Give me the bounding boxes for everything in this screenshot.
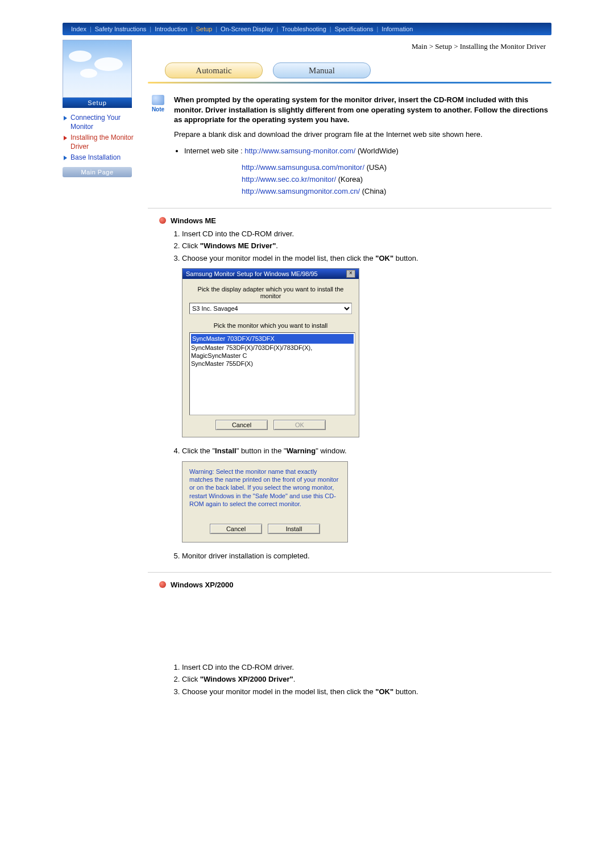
nav-trouble[interactable]: Troubleshooting: [281, 26, 326, 32]
install-button[interactable]: Install: [268, 524, 320, 534]
section-windows-xp: Windows XP/2000: [159, 581, 551, 589]
top-nav: Index| Safety Instructions| Introduction…: [63, 23, 551, 35]
main-page-button[interactable]: Main Page: [63, 167, 132, 177]
step: Click the "Install" button in the "Warni…: [182, 445, 551, 457]
arrow-icon: [64, 116, 67, 120]
web-label: Internet web site :: [184, 147, 244, 155]
sidebar-item-base[interactable]: Base Installation: [63, 153, 136, 162]
sidebar-item-installing[interactable]: Installing the Monitor Driver: [63, 133, 136, 151]
bullet-icon: [159, 217, 166, 224]
monitor-listbox[interactable]: SyncMaster 703DFX/753DFX SyncMaster 753D…: [189, 332, 355, 415]
tab-underline: [148, 82, 551, 84]
warning-message: Warning: Select the monitor name that ex…: [189, 468, 341, 508]
step: Choose your monitor model in the model l…: [182, 253, 551, 264]
sidebar-link[interactable]: Installing the Monitor Driver: [70, 133, 136, 151]
sidebar-links: Connecting Your Monitor Installing the M…: [63, 114, 136, 162]
ok-button[interactable]: OK: [273, 420, 326, 430]
nav-index[interactable]: Index: [71, 26, 86, 32]
adapter-label: Pick the display adapter which you want …: [189, 286, 352, 299]
link-korea[interactable]: http://www.sec.co.kr/monitor/: [242, 175, 336, 183]
web-site-line: Internet web site : http://www.samsung-m…: [184, 145, 551, 157]
step: Insert CD into the CD-ROM driver.: [182, 662, 551, 673]
section-title: Windows ME: [171, 216, 216, 225]
cancel-button[interactable]: Cancel: [215, 420, 268, 430]
nav-setup[interactable]: Setup: [196, 26, 212, 32]
note-badge: Note: [148, 95, 168, 112]
dialog-title: Samsung Monitor Setup for Windows ME/98/…: [186, 270, 318, 277]
note-label: Note: [148, 106, 168, 112]
setup-hero-image: [63, 40, 132, 98]
nav-intro[interactable]: Introduction: [155, 26, 187, 32]
bullet-icon: [159, 581, 166, 588]
step: Insert CD into the CD-ROM driver.: [182, 228, 551, 240]
section-windows-me: Windows ME: [159, 216, 551, 225]
note-text: When prompted by the operating system fo…: [174, 95, 551, 125]
arrow-icon: [64, 156, 67, 160]
nav-spec[interactable]: Specifications: [335, 26, 374, 32]
sidebar-link[interactable]: Base Installation: [70, 153, 121, 162]
adapter-select[interactable]: S3 Inc. Savage4: [189, 303, 352, 314]
step: Click "Windows ME Driver".: [182, 240, 551, 252]
breadcrumb: Main > Setup > Installing the Monitor Dr…: [148, 42, 551, 51]
monitor-label: Pick the monitor which you want to insta…: [189, 322, 352, 329]
steps-windows-xp: Insert CD into the CD-ROM driver. Click …: [171, 662, 551, 698]
step: Monitor driver installation is completed…: [182, 550, 551, 562]
mode-tabs: Automatic Manual: [165, 62, 551, 78]
section-title: Windows XP/2000: [171, 581, 233, 589]
prepare-text: Prepare a blank disk and download the dr…: [174, 130, 551, 140]
nav-safety[interactable]: Safety Instructions: [95, 26, 147, 32]
sidebar-link[interactable]: Connecting Your Monitor: [70, 114, 136, 131]
tab-manual[interactable]: Manual: [273, 62, 371, 78]
dialog-warning: Warning: Select the monitor name that ex…: [182, 461, 348, 542]
steps-windows-me-cont: Click the "Install" button in the "Warni…: [171, 445, 551, 457]
tab-automatic[interactable]: Automatic: [165, 62, 263, 78]
close-icon[interactable]: ×: [346, 270, 355, 278]
steps-windows-me-end: Monitor driver installation is completed…: [171, 550, 551, 562]
note-icon: [152, 95, 164, 105]
cancel-button[interactable]: Cancel: [210, 524, 262, 534]
sidebar-item-connecting[interactable]: Connecting Your Monitor: [63, 114, 136, 131]
nav-info[interactable]: Information: [381, 26, 413, 32]
steps-windows-me: Insert CD into the CD-ROM driver. Click …: [171, 228, 551, 264]
link-worldwide[interactable]: http://www.samsung-monitor.com/: [244, 147, 355, 155]
setup-label: Setup: [63, 98, 132, 108]
step: Choose your monitor model in the model l…: [182, 686, 551, 698]
link-usa[interactable]: http://www.samsungusa.com/monitor/: [242, 163, 364, 172]
arrow-icon: [64, 136, 67, 140]
step: Click "Windows XP/2000 Driver".: [182, 674, 551, 685]
nav-osd[interactable]: On-Screen Display: [221, 26, 273, 32]
link-china[interactable]: http://www.samsungmonitor.com.cn/: [242, 187, 360, 195]
dialog-monitor-setup: Samsung Monitor Setup for Windows ME/98/…: [182, 268, 359, 437]
